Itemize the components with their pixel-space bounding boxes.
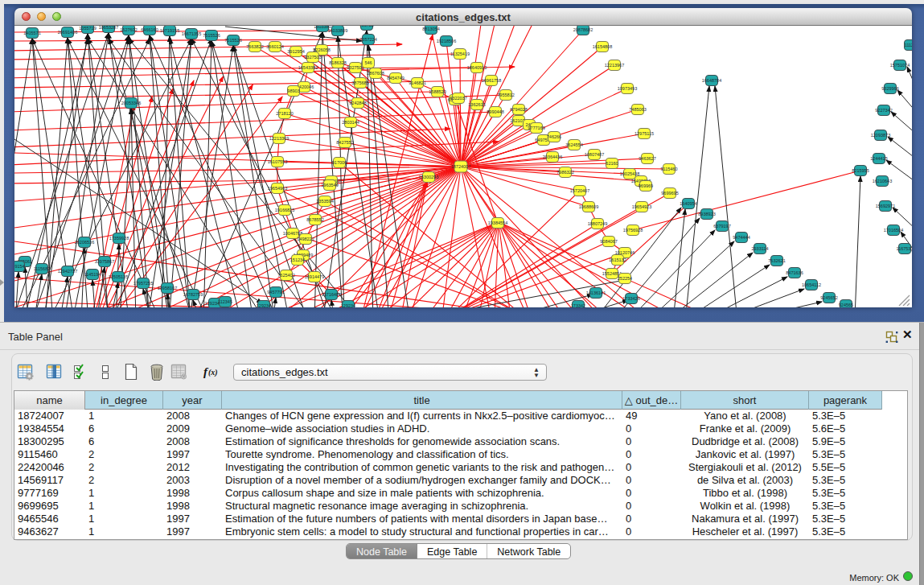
svg-text:10973493: 10973493 bbox=[618, 86, 637, 91]
svg-text:6379197: 6379197 bbox=[713, 224, 730, 229]
svg-text:924565: 924565 bbox=[839, 303, 853, 307]
svg-text:12505135: 12505135 bbox=[109, 274, 128, 279]
svg-text:12975115: 12975115 bbox=[634, 131, 654, 136]
svg-text:7986322: 7986322 bbox=[556, 170, 573, 175]
svg-text:9327503: 9327503 bbox=[304, 55, 321, 60]
svg-text:112345: 112345 bbox=[218, 299, 232, 304]
svg-text:9699695: 9699695 bbox=[661, 191, 678, 196]
svg-text:7357224: 7357224 bbox=[359, 37, 376, 42]
svg-text:3912954: 3912954 bbox=[287, 49, 304, 54]
svg-text:16671355: 16671355 bbox=[182, 31, 201, 36]
svg-text:7625402: 7625402 bbox=[277, 273, 294, 278]
svg-text:16210643: 16210643 bbox=[873, 179, 892, 183]
svg-text:10688609: 10688609 bbox=[579, 204, 598, 209]
svg-text:10958107: 10958107 bbox=[158, 286, 177, 290]
svg-text:19218506: 19218506 bbox=[437, 39, 456, 43]
svg-text:1167533: 1167533 bbox=[896, 246, 912, 251]
svg-text:8990448: 8990448 bbox=[487, 109, 503, 114]
svg-text:6466160: 6466160 bbox=[141, 27, 158, 32]
svg-text:7515526: 7515526 bbox=[224, 38, 241, 43]
svg-text:1640954: 1640954 bbox=[680, 201, 696, 206]
svg-text:917006: 917006 bbox=[332, 160, 347, 165]
svg-text:969969: 969969 bbox=[639, 183, 653, 188]
svg-text:8427552: 8427552 bbox=[336, 140, 353, 145]
svg-text:98903: 98903 bbox=[287, 89, 299, 93]
svg-text:8813054: 8813054 bbox=[422, 27, 439, 31]
svg-text:10719155: 10719155 bbox=[160, 28, 179, 33]
svg-text:8186328: 8186328 bbox=[329, 60, 346, 65]
svg-text:9227342: 9227342 bbox=[875, 108, 892, 113]
svg-text:19654963: 19654963 bbox=[268, 186, 287, 191]
svg-text:7663822: 7663822 bbox=[246, 44, 263, 49]
svg-text:10025438: 10025438 bbox=[620, 171, 639, 176]
svg-text:16914479: 16914479 bbox=[305, 274, 324, 279]
svg-text:2718120: 2718120 bbox=[276, 111, 293, 116]
svg-text:20364436: 20364436 bbox=[543, 154, 562, 159]
svg-text:16782759: 16782759 bbox=[183, 292, 203, 297]
svg-text:3875685: 3875685 bbox=[351, 80, 368, 85]
svg-text:15751074: 15751074 bbox=[890, 63, 910, 68]
svg-text:9457791: 9457791 bbox=[267, 290, 284, 295]
svg-text:62160: 62160 bbox=[606, 161, 618, 166]
svg-text:6794028: 6794028 bbox=[510, 107, 527, 112]
svg-text:9474444: 9474444 bbox=[733, 235, 749, 240]
svg-text:11325419: 11325419 bbox=[450, 51, 470, 56]
svg-text:16154808: 16154808 bbox=[593, 44, 612, 49]
svg-text:18724007: 18724007 bbox=[451, 164, 470, 169]
svg-text:7632621: 7632621 bbox=[768, 258, 785, 263]
svg-text:12213369: 12213369 bbox=[269, 136, 289, 141]
svg-text:1055719: 1055719 bbox=[79, 26, 96, 31]
svg-text:8938923: 8938923 bbox=[698, 212, 715, 216]
svg-text:8454749: 8454749 bbox=[387, 76, 404, 80]
svg-text:16543382: 16543382 bbox=[298, 65, 318, 70]
svg-text:8215955: 8215955 bbox=[852, 168, 869, 173]
svg-text:9242848: 9242848 bbox=[349, 101, 366, 105]
svg-text:1244415: 1244415 bbox=[870, 156, 887, 161]
svg-text:1733426: 1733426 bbox=[622, 296, 639, 301]
svg-text:1498222: 1498222 bbox=[297, 237, 314, 241]
svg-text:129234: 129234 bbox=[257, 303, 271, 307]
svg-text:20691406: 20691406 bbox=[58, 30, 77, 35]
svg-text:9463627: 9463627 bbox=[639, 156, 655, 161]
svg-text:735722: 735722 bbox=[359, 26, 374, 27]
svg-text:12213967: 12213967 bbox=[605, 63, 624, 68]
svg-text:20053346: 20053346 bbox=[121, 101, 141, 105]
svg-text:9115460: 9115460 bbox=[660, 167, 677, 171]
svg-text:1145194: 1145194 bbox=[84, 272, 101, 277]
svg-text:1527602: 1527602 bbox=[120, 27, 137, 32]
svg-text:9327505: 9327505 bbox=[347, 65, 363, 70]
svg-text:16033809: 16033809 bbox=[328, 28, 347, 33]
svg-text:10807487: 10807487 bbox=[585, 152, 604, 157]
svg-text:9777169: 9777169 bbox=[528, 126, 544, 130]
svg-text:14136141: 14136141 bbox=[586, 290, 606, 295]
svg-text:173342: 173342 bbox=[571, 303, 585, 307]
svg-text:16648784: 16648784 bbox=[702, 78, 721, 83]
svg-text:151234: 151234 bbox=[290, 257, 305, 262]
svg-text:9245652: 9245652 bbox=[820, 295, 837, 300]
svg-text:18640910: 18640910 bbox=[467, 65, 487, 70]
svg-text:129234: 129234 bbox=[341, 303, 355, 307]
svg-text:6322037: 6322037 bbox=[450, 96, 466, 101]
svg-text:3660124: 3660124 bbox=[266, 44, 283, 49]
svg-text:10653287: 10653287 bbox=[99, 26, 118, 30]
svg-text:17957255: 17957255 bbox=[133, 281, 153, 286]
svg-text:18807249: 18807249 bbox=[588, 221, 607, 226]
svg-text:9084067: 9084067 bbox=[600, 239, 617, 244]
svg-text:7485063: 7485063 bbox=[629, 107, 646, 112]
svg-text:7955812: 7955812 bbox=[497, 93, 514, 97]
svg-text:1353594: 1353594 bbox=[316, 199, 333, 204]
svg-text:(x): (x) bbox=[208, 368, 218, 377]
svg-text:1963549: 1963549 bbox=[321, 183, 338, 187]
svg-text:2933114: 2933114 bbox=[751, 246, 768, 251]
svg-text:15716485: 15716485 bbox=[322, 292, 341, 297]
svg-text:17016504: 17016504 bbox=[884, 228, 903, 233]
svg-text:1115682: 1115682 bbox=[34, 266, 51, 271]
svg-text:20878682: 20878682 bbox=[573, 27, 593, 32]
svg-text:8471636: 8471636 bbox=[786, 270, 803, 275]
svg-text:252254: 252254 bbox=[618, 276, 632, 281]
svg-text:3624554: 3624554 bbox=[565, 142, 582, 147]
svg-text:1362615: 1362615 bbox=[468, 102, 485, 107]
svg-text:20206536: 20206536 bbox=[75, 240, 94, 245]
svg-text:15720407: 15720407 bbox=[570, 188, 589, 193]
svg-text:17359928: 17359928 bbox=[109, 236, 129, 241]
